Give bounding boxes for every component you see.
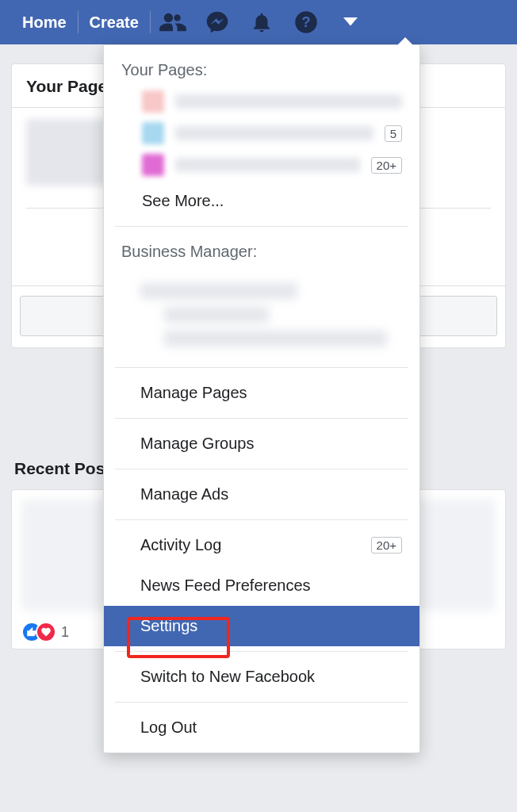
dropdown-manage-groups[interactable]: Manage Groups: [104, 423, 419, 464]
dropdown-activity-log[interactable]: Activity Log 20+: [104, 525, 419, 565]
dropdown-switch-new-facebook[interactable]: Switch to New Facebook: [104, 657, 419, 697]
dropdown-separator: [115, 519, 408, 520]
page-item-label: [175, 158, 360, 172]
dropdown-manage-pages[interactable]: Manage Pages: [104, 373, 419, 413]
dropdown-manage-ads[interactable]: Manage Ads: [104, 474, 419, 515]
help-icon[interactable]: ?: [284, 0, 328, 44]
dropdown-page-item[interactable]: [104, 86, 419, 117]
dropdown-your-pages-header: Your Pages:: [104, 50, 419, 86]
dropdown-separator: [115, 226, 408, 227]
dropdown-separator: [115, 469, 408, 469]
page-item-thumb: [142, 90, 164, 113]
account-dropdown: Your Pages: 5 20+ See More... Business M…: [103, 44, 420, 753]
topbar: Home Create ?: [0, 0, 517, 44]
svg-text:?: ?: [301, 13, 310, 30]
page-item-badge: 20+: [371, 157, 402, 174]
page-item-label: [175, 126, 373, 140]
dropdown-see-more[interactable]: See More...: [104, 181, 419, 221]
notifications-icon[interactable]: [239, 0, 284, 44]
dropdown-separator: [115, 651, 408, 652]
dropdown-separator: [115, 702, 408, 703]
page-item-label: [175, 94, 402, 109]
dropdown-business-item[interactable]: [104, 267, 419, 362]
messenger-icon[interactable]: [195, 0, 239, 44]
create-link[interactable]: Create: [79, 0, 150, 44]
dropdown-separator: [115, 367, 408, 368]
activity-log-badge: 20+: [371, 537, 402, 553]
reactions-count: 1: [61, 624, 69, 641]
page-item-thumb: [142, 122, 164, 144]
dropdown-business-manager-header: Business Manager:: [104, 232, 419, 267]
dropdown-log-out[interactable]: Log Out: [104, 707, 419, 748]
dropdown-news-feed-preferences[interactable]: News Feed Preferences: [104, 565, 419, 606]
dropdown-page-item[interactable]: 20+: [104, 149, 419, 181]
dropdown-separator: [115, 418, 408, 419]
dropdown-arrow-icon: [397, 37, 413, 45]
account-menu-caret-icon[interactable]: [328, 0, 373, 44]
love-reaction-icon: [36, 622, 56, 642]
dropdown-settings[interactable]: Settings: [104, 606, 419, 646]
page-item-badge: 5: [385, 125, 402, 142]
friends-icon[interactable]: [151, 0, 195, 44]
home-link[interactable]: Home: [11, 0, 78, 44]
page-item-thumb: [142, 154, 164, 176]
dropdown-page-item[interactable]: 5: [104, 117, 419, 149]
